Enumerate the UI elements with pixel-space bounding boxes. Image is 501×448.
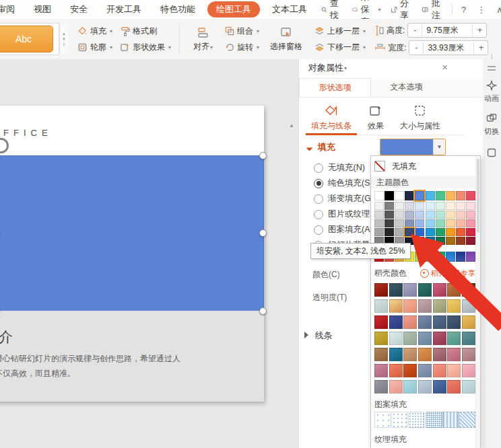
docer-gradient-swatch[interactable]	[462, 364, 475, 377]
theme-tint-swatch[interactable]	[395, 228, 404, 236]
docer-vip-badge[interactable]: 稻壳会员专享	[420, 268, 475, 278]
theme-tint-swatch[interactable]	[436, 237, 445, 245]
pattern-swatch-dots-40[interactable]	[426, 412, 442, 428]
docer-gradient-swatch[interactable]	[403, 332, 417, 345]
docer-gradient-swatch[interactable]	[418, 364, 432, 377]
subtab-fill-and-line[interactable]: 填充与线条	[303, 101, 360, 135]
standard-color-swatch[interactable]	[466, 252, 475, 262]
docer-gradient-swatch[interactable]	[403, 283, 417, 297]
gallery-scroll-arrows[interactable]: ▲▼≡	[59, 24, 68, 54]
pattern-swatch-dots-10[interactable]	[391, 412, 407, 428]
docer-gradient-swatch[interactable]	[374, 364, 388, 377]
theme-tint-swatch[interactable]	[415, 219, 424, 227]
theme-tint-swatch[interactable]	[395, 211, 404, 219]
close-panel-button[interactable]: ×	[442, 61, 448, 73]
menu-item-tab[interactable]: 视图	[24, 1, 61, 17]
docer-gradient-swatch[interactable]	[462, 315, 475, 329]
docer-gradient-swatch[interactable]	[447, 299, 461, 313]
theme-tint-swatch[interactable]	[415, 228, 424, 236]
theme-tint-swatch[interactable]	[415, 211, 424, 219]
popup-scrollbar[interactable]	[475, 156, 480, 448]
slide-brand-text[interactable]: OFFICE	[0, 128, 53, 138]
standard-color-swatch[interactable]	[426, 252, 435, 262]
docer-gradient-swatch[interactable]	[403, 364, 417, 377]
docer-gradient-swatch[interactable]	[433, 380, 446, 394]
menu-item-tab[interactable]: 特色功能	[151, 1, 205, 17]
panel-tab[interactable]: 文本选项	[371, 78, 442, 97]
docer-gradient-swatch[interactable]	[462, 380, 475, 394]
slide-body-text[interactable]: 潜心钻研幻灯片的演示规律与创作思路，希望通过人 不仅高效，而且精准。	[0, 351, 180, 381]
docer-gradient-swatch[interactable]	[433, 348, 446, 361]
docer-gradient-swatch[interactable]	[418, 299, 432, 313]
theme-tint-swatch[interactable]	[436, 202, 445, 210]
docer-gradient-swatch[interactable]	[403, 348, 417, 361]
docer-gradient-swatch[interactable]	[462, 283, 475, 297]
docer-gradient-swatch[interactable]	[374, 380, 388, 394]
theme-tint-swatch[interactable]	[405, 219, 414, 227]
theme-tint-swatch[interactable]	[405, 228, 414, 236]
docer-gradient-swatch[interactable]	[389, 283, 403, 297]
theme-tint-swatch[interactable]	[456, 219, 465, 227]
theme-tint-swatch[interactable]	[426, 202, 435, 210]
docer-gradient-swatch[interactable]	[447, 332, 461, 345]
selection-handle-top-right[interactable]	[259, 152, 267, 159]
menu-item-active[interactable]: 绘图工具	[207, 1, 260, 17]
theme-tint-swatch[interactable]	[374, 202, 384, 210]
theme-tint-swatch[interactable]	[385, 202, 394, 210]
send-backward-button[interactable]: 下移一层▾	[312, 41, 368, 54]
theme-color-swatch[interactable]	[456, 191, 465, 200]
docer-gradient-swatch[interactable]	[447, 315, 461, 329]
radio-button[interactable]	[314, 210, 323, 219]
line-section-header[interactable]: 线条	[304, 330, 333, 342]
shape-effects-button[interactable]: 形状效果▾	[117, 41, 174, 54]
subtab-effects[interactable]: 效果	[360, 101, 392, 135]
group-button[interactable]: 组合▾	[222, 25, 262, 38]
docer-gradient-swatch[interactable]	[462, 299, 475, 313]
rail-item-切换[interactable]: 切换	[482, 113, 501, 137]
theme-tint-swatch[interactable]	[446, 202, 455, 210]
theme-tint-swatch[interactable]	[395, 219, 404, 227]
docer-gradient-swatch[interactable]	[374, 332, 388, 345]
docer-gradient-swatch[interactable]	[433, 315, 446, 329]
align-button[interactable]: 对齐▾	[191, 26, 215, 52]
outline-button[interactable]: 轮廓▾	[75, 41, 115, 54]
theme-tint-swatch[interactable]	[374, 228, 384, 236]
format-painter-button[interactable]: 格式刷	[117, 25, 160, 38]
scroll-up-icon[interactable]: ▲	[289, 122, 294, 128]
theme-tint-swatch[interactable]	[456, 202, 465, 210]
theme-color-swatch[interactable]	[385, 191, 394, 200]
docer-gradient-swatch[interactable]	[462, 332, 475, 345]
docer-gradient-swatch[interactable]	[433, 364, 446, 377]
theme-tint-swatch[interactable]	[436, 219, 445, 227]
docer-gradient-swatch[interactable]	[462, 348, 475, 361]
pattern-swatch-vertical-lines[interactable]	[442, 412, 459, 428]
standard-color-swatch[interactable]	[436, 252, 445, 262]
docer-gradient-swatch[interactable]	[447, 380, 461, 394]
theme-color-swatch[interactable]	[426, 191, 435, 200]
theme-tint-swatch[interactable]	[385, 219, 394, 227]
theme-tint-swatch[interactable]	[446, 219, 455, 227]
docer-gradient-swatch[interactable]	[447, 283, 461, 297]
rotate-button[interactable]: 旋转▾	[222, 41, 262, 54]
theme-tint-swatch[interactable]	[415, 237, 424, 245]
docer-gradient-swatch[interactable]	[418, 332, 432, 345]
theme-tint-swatch[interactable]	[405, 202, 414, 210]
chevron-down-icon[interactable]: ▼	[433, 139, 445, 155]
docer-gradient-swatch[interactable]	[403, 380, 417, 394]
pattern-swatch-dots-25[interactable]	[408, 412, 424, 428]
theme-tint-swatch[interactable]	[436, 228, 445, 236]
radio-button[interactable]	[314, 225, 323, 235]
theme-tint-swatch[interactable]	[466, 228, 475, 236]
docer-gradient-swatch[interactable]	[374, 299, 388, 313]
rail-more-button[interactable]	[482, 147, 501, 158]
collapse-ribbon-icon[interactable]: ∧	[492, 3, 501, 17]
docer-gradient-swatch[interactable]	[418, 283, 432, 297]
docer-gradient-swatch[interactable]	[374, 283, 388, 297]
bring-forward-button[interactable]: 上移一层▾	[312, 25, 368, 38]
docer-gradient-swatch[interactable]	[389, 299, 403, 313]
docer-gradient-swatch[interactable]	[447, 364, 461, 377]
docer-gradient-swatch[interactable]	[433, 332, 446, 345]
selected-rectangle-shape[interactable]	[0, 155, 264, 312]
selection-handle-bottom-right[interactable]	[259, 307, 267, 315]
selection-handle-mid-right[interactable]	[259, 229, 267, 237]
